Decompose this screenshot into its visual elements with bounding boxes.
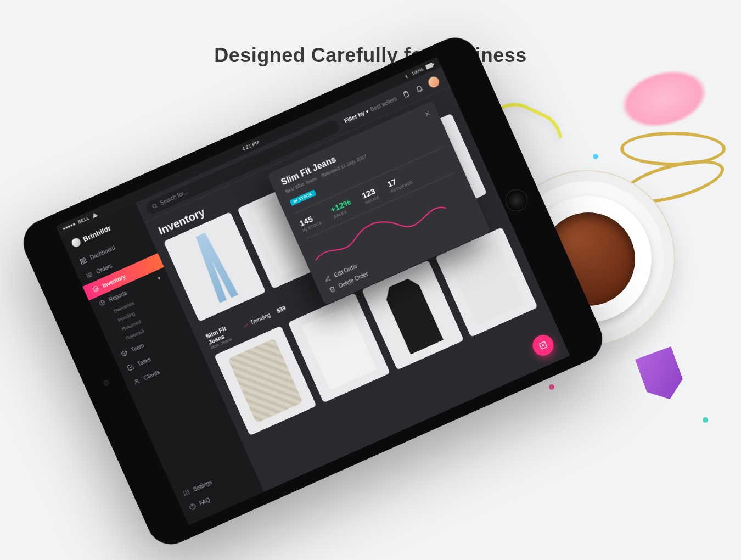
product-thumb-sweater: [228, 338, 303, 423]
svg-line-31: [542, 345, 544, 346]
svg-point-11: [88, 277, 88, 278]
svg-point-22: [193, 508, 194, 508]
filter-value: Best sellers: [369, 96, 398, 113]
signal-dots-icon: [63, 223, 76, 230]
tablet-home-button[interactable]: [502, 186, 531, 215]
app-screen: BELL 4:21 PM 100% Brinhildr: [56, 57, 570, 525]
decor-confetti: [703, 417, 708, 423]
svg-rect-3: [83, 258, 86, 261]
trash-icon: [328, 285, 336, 294]
svg-line-8: [89, 276, 92, 277]
svg-rect-2: [80, 259, 83, 262]
sidebar-item-label: FAQ: [198, 496, 211, 506]
svg-rect-4: [81, 262, 84, 265]
sidebar-item-label: Clients: [143, 369, 160, 381]
svg-line-16: [183, 491, 184, 493]
box-icon: [120, 349, 129, 358]
decor-binder-clip: [635, 346, 688, 406]
wifi-icon: [91, 212, 98, 218]
svg-line-6: [88, 272, 91, 274]
decor-confetti: [549, 384, 554, 390]
sidebar-item-label: Tasks: [136, 356, 151, 367]
list-icon: [85, 271, 94, 279]
search-icon: [150, 202, 159, 210]
decor-confetti: [593, 154, 598, 159]
product-badge: Trending: [249, 312, 271, 326]
svg-line-18: [186, 490, 186, 491]
user-icon: [132, 377, 141, 386]
product-price: $39: [273, 299, 289, 320]
stock-badge: IN STOCK: [289, 189, 316, 206]
bell-icon[interactable]: [414, 83, 424, 93]
sliders-icon: [182, 489, 191, 497]
brand-name: Brinhildr: [82, 223, 113, 243]
help-icon: [188, 502, 197, 511]
chevron-down-icon: ▾: [156, 275, 161, 281]
product-thumb: [449, 240, 524, 325]
svg-line-17: [187, 493, 188, 495]
plus-box-icon: [537, 339, 549, 351]
svg-line-20: [187, 490, 188, 492]
pie-icon: [98, 299, 106, 307]
svg-line-28: [425, 111, 430, 116]
layers-icon: [91, 285, 100, 294]
chevron-down-icon: ▾: [365, 108, 370, 115]
clipboard-icon[interactable]: [401, 89, 411, 99]
brand-logo-icon: [70, 237, 82, 248]
search-placeholder: Search for...: [159, 189, 189, 206]
tablet-camera: [103, 379, 110, 387]
product-thumb: [301, 305, 377, 390]
svg-line-19: [189, 493, 189, 494]
filter-label: Filter by: [344, 110, 366, 124]
svg-point-23: [152, 204, 156, 208]
product-thumb-jeans: [177, 225, 252, 310]
product-thumb-jacket: [375, 272, 450, 357]
check-icon: [126, 363, 135, 372]
trending-icon: [242, 322, 249, 329]
svg-rect-5: [84, 261, 87, 264]
battery-icon: [425, 62, 435, 70]
svg-point-10: [87, 276, 88, 276]
sidebar-item-label: Orders: [96, 262, 113, 275]
grid-icon: [79, 257, 88, 266]
svg-line-24: [156, 206, 158, 208]
bluetooth-icon: [403, 73, 409, 80]
sidebar-item-label: Team: [130, 342, 145, 353]
svg-line-7: [88, 274, 92, 276]
svg-point-9: [86, 274, 87, 275]
edit-icon: [323, 275, 332, 283]
add-button[interactable]: [529, 332, 557, 359]
avatar[interactable]: [426, 75, 441, 89]
svg-line-15: [184, 494, 185, 496]
